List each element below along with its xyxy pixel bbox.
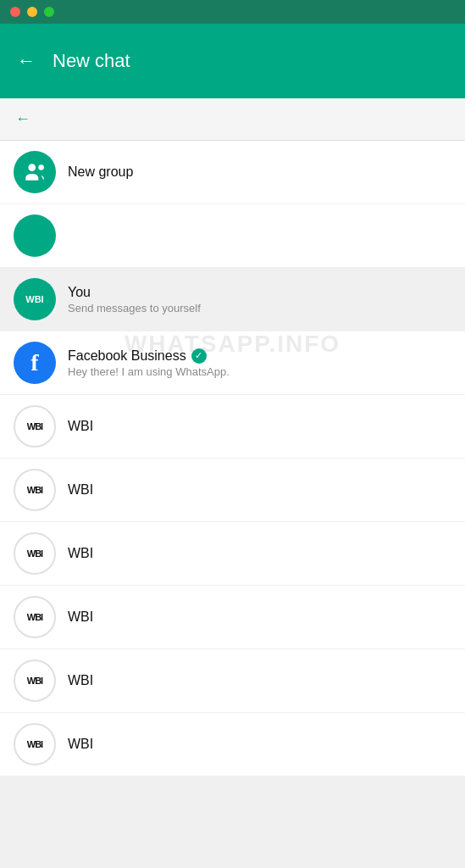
contact-info-you: You Send messages to yourself [68,285,451,314]
traffic-light-green[interactable] [44,7,54,17]
traffic-light-red[interactable] [10,7,20,17]
contact-name-wbi-6: WBI [68,737,451,752]
avatar-wbi-3: WBI [14,532,56,575]
svg-point-0 [28,164,36,171]
wbi-logo-text-2: WBI [27,485,42,495]
search-bar: ← [0,98,465,141]
title-bar [0,0,465,24]
contact-info-wbi-6: WBI [68,737,451,752]
contact-info-wbi-5: WBI [68,673,451,688]
list-item-you[interactable]: WBI You Send messages to yourself [0,268,465,331]
avatar-wbi-5: WBI [14,659,56,702]
contact-info-new-group: New group [68,164,451,180]
contact-name-wbi-3: WBI [68,546,451,561]
contact-info-facebook: Facebook Business ✓ Hey there! I am usin… [68,348,451,378]
avatar-unknown [14,214,56,257]
wbi-logo-text-4: WBI [27,612,42,622]
avatar-facebook: f [14,342,56,384]
avatar-wbi-2: WBI [14,469,56,511]
contact-info-wbi-4: WBI [68,609,451,625]
wbi-logo-text-3: WBI [27,548,42,559]
contact-name-wbi-4: WBI [68,609,451,625]
list-item-wbi-6[interactable]: WBI WBI [0,713,465,776]
avatar-new-group [14,151,56,193]
header-back-button[interactable]: ← [17,50,36,72]
contact-list: New group WBI You Send messages to yours… [0,141,465,776]
wbi-logo-text-1: WBI [27,421,42,431]
wbi-logo-text-5: WBI [27,676,42,686]
list-item-wbi-1[interactable]: WBI WBI [0,395,465,459]
list-item-wbi-2[interactable]: WBI WBI [0,459,465,522]
list-item-wbi-5[interactable]: WBI WBI [0,649,465,713]
avatar-wbi-6: WBI [14,723,56,765]
contact-status-facebook: Hey there! I am using WhatsApp. [68,365,451,378]
verified-badge: ✓ [191,348,207,364]
svg-point-1 [38,164,44,170]
list-item-facebook[interactable]: f Facebook Business ✓ Hey there! I am us… [0,331,465,395]
header: ← New chat [0,24,465,98]
traffic-light-yellow[interactable] [27,7,37,17]
contact-name-you: You [68,285,451,300]
list-item-new-group[interactable]: New group [0,141,465,204]
contact-name-new-group: New group [68,164,451,180]
contact-info-wbi-3: WBI [68,546,451,561]
contact-info-wbi-1: WBI [68,419,451,434]
avatar-wbi-4: WBI [14,596,56,638]
list-item-wbi-4[interactable]: WBI WBI [0,586,465,649]
contact-name-wbi-2: WBI [68,482,451,498]
contact-name-facebook: Facebook Business ✓ [68,348,451,364]
avatar-wbi-1: WBI [14,405,56,448]
contact-info-wbi-2: WBI [68,482,451,498]
page-title: New chat [53,50,130,72]
avatar-you: WBI [14,278,56,320]
wbi-logo-text-6: WBI [27,739,42,749]
search-input[interactable] [44,112,455,127]
contact-name-wbi-1: WBI [68,419,451,434]
list-item-unknown[interactable] [0,204,465,268]
contact-status-you: Send messages to yourself [68,302,451,314]
search-back-button[interactable]: ← [10,110,36,128]
list-item-wbi-3[interactable]: WBI WBI [0,522,465,586]
contact-name-wbi-5: WBI [68,673,451,688]
